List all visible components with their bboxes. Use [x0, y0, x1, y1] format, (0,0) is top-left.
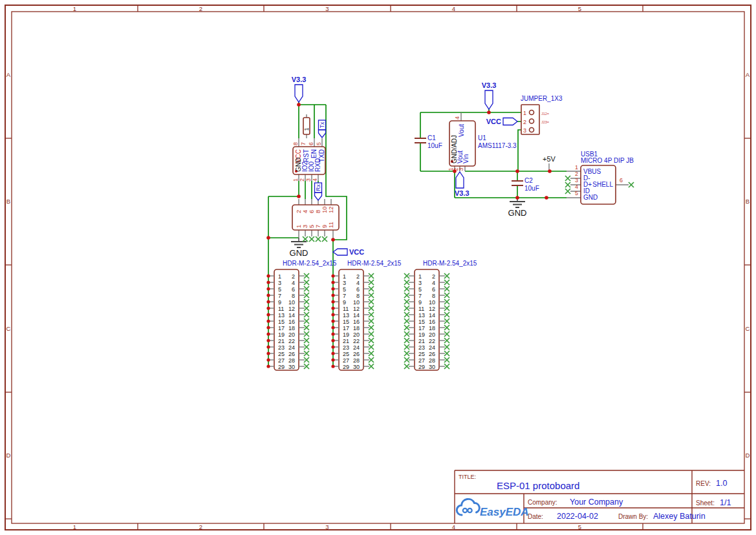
- hdr-pin-number: 3: [418, 280, 422, 286]
- net-flag-v33-esp[interactable]: V3.3: [292, 76, 307, 102]
- jumper-pin-number: 1: [523, 110, 526, 116]
- ruler-row-label: A: [6, 71, 11, 78]
- hdr-2x15-component[interactable]: HDR-M-2.54_2x151234567891011121314151617…: [333, 260, 402, 370]
- net-flag-vcc-header[interactable]: VCC: [333, 248, 364, 256]
- usb-component[interactable]: USB1 MICRO 4P DIP JB VBUS D- D+ ID GND S…: [575, 151, 634, 204]
- gnd-symbol-1[interactable]: GND: [290, 238, 308, 258]
- net-flag-v33-reg-top[interactable]: V3.3: [482, 81, 497, 109]
- net-flag-label: Tx: [319, 121, 325, 128]
- part-value: MICRO 4P DIP JB: [581, 157, 634, 164]
- net-flag-v33-reg-bottom[interactable]: V3.3: [455, 172, 470, 197]
- hdr-pin-number: 21: [343, 338, 349, 344]
- jumper-pin-number: 3: [523, 127, 526, 134]
- junction-dot: [331, 238, 335, 242]
- hdr-pin-number: 18: [353, 325, 360, 331]
- hdr-pin-number: 10: [288, 299, 295, 306]
- net-flag-label: Rx: [315, 184, 321, 191]
- esp-pin-number: 8: [292, 142, 299, 145]
- part-ref: C2: [524, 177, 533, 184]
- ruler-column-label: 5: [578, 5, 581, 12]
- hdr-pin-number: 24: [429, 344, 435, 351]
- hdr-pin-number: 16: [429, 319, 435, 325]
- net-flag-label: VCC: [486, 118, 501, 125]
- net-flag-tx[interactable]: Tx: [319, 120, 326, 138]
- hdr-pin-number: 2: [292, 273, 295, 280]
- part-value: JUMPER_1X3: [521, 95, 563, 102]
- hdr-pin-number: 5: [278, 286, 281, 293]
- net-flag-rx[interactable]: Rx: [315, 183, 322, 200]
- company-label: Company:: [528, 499, 557, 506]
- jumper-component[interactable]: JUMPER_1X3 123 J12= J23=: [521, 95, 563, 134]
- hdr-pin-number: 22: [288, 338, 295, 344]
- sheet-border: [5, 5, 751, 530]
- u1-pin-number: 4: [454, 116, 460, 120]
- hdr-pin-number: 18: [288, 325, 295, 331]
- junction-dot: [331, 293, 334, 297]
- hdr-pin-number: 28: [353, 357, 360, 364]
- ruler-row-label: C: [6, 325, 11, 332]
- ruler-column-label: 4: [452, 5, 455, 12]
- hdr-pin-number: 13: [278, 312, 285, 319]
- hdr-pin-number: 6: [356, 286, 360, 293]
- hdr-pin-number: 27: [418, 357, 425, 364]
- net-flag-label: V3.3: [482, 81, 497, 89]
- ruler-column-label: 2: [199, 523, 202, 530]
- ruler-column-label: 5: [578, 523, 581, 530]
- ruler-column-label: 3: [325, 523, 329, 530]
- hdr-pin-number: 30: [353, 364, 360, 370]
- junction-dot: [331, 326, 334, 329]
- usb-pin-number: 2: [575, 171, 578, 177]
- hdr-pin-number: 23: [278, 344, 285, 351]
- hdr-pin-number: 21: [418, 338, 425, 344]
- hdr-pin-number: 13: [418, 312, 425, 319]
- hdr-pin-number: 11: [343, 306, 349, 312]
- sheet-value: 1/1: [720, 498, 731, 507]
- hdr-pin-number: 4: [356, 280, 360, 286]
- hdr-pin-number: 26: [429, 351, 435, 357]
- hdr-pin-number: 28: [429, 357, 435, 364]
- junction-dot: [331, 274, 334, 277]
- ruler-row-label: C: [746, 325, 750, 332]
- ruler-row-label: D: [746, 452, 750, 459]
- hdr-pin-number: 9: [343, 299, 346, 306]
- junction-dot: [515, 169, 519, 173]
- capacitor-c1[interactable]: C1 10uF: [415, 134, 442, 149]
- hdr-pin-number: 19: [343, 331, 349, 338]
- part-value: HDR-M-2.54_2x15: [423, 260, 477, 267]
- jumper-annotation: J23=: [541, 120, 549, 124]
- junction-dot: [266, 300, 270, 303]
- hdr-pin-number: 29: [418, 364, 425, 370]
- usb-pin-number: 3: [575, 177, 578, 184]
- hdr-pin-number: 15: [343, 319, 349, 325]
- hdr-pin-number: 20: [429, 331, 435, 338]
- resistor-value: 1: [303, 127, 310, 131]
- hdr-2x15-component[interactable]: HDR-M-2.54_2x151234567891011121314151617…: [409, 260, 477, 370]
- title-label: TITLE:: [459, 474, 476, 480]
- ruler-column-label: 2: [199, 5, 202, 12]
- junction-dot: [331, 339, 334, 342]
- resistor-r1[interactable]: 1: [303, 118, 310, 134]
- hdr-pin-number: 12: [353, 306, 360, 312]
- net-flag-label: VCC: [349, 248, 364, 256]
- junction-dot: [266, 313, 270, 316]
- junction-dot: [266, 332, 270, 335]
- hdr-pin-number: 25: [343, 351, 349, 357]
- power-flag-5v[interactable]: +5V: [543, 155, 556, 163]
- hdr-pin-number: 23: [343, 344, 349, 351]
- hdr-pin-number: 6: [432, 286, 435, 293]
- hdr-pin-number: 16: [353, 319, 360, 325]
- capacitor-c2[interactable]: C2 10uF: [512, 177, 539, 192]
- hdr-pin-number: 17: [418, 325, 425, 331]
- gnd-symbol-2[interactable]: GND: [508, 198, 527, 218]
- drawn-by-value: Alexey Baturin: [653, 512, 706, 521]
- company-value: Your Company: [570, 498, 623, 507]
- hdr-2x15-component[interactable]: HDR-M-2.54_2x151234567891011121314151617…: [268, 260, 337, 370]
- rev-label: REV:: [696, 480, 711, 487]
- title-block: TITLE: ESP-01 protoboard REV: 1.0 Compan…: [455, 470, 744, 523]
- esp01-component[interactable]: VCC RST EN TXD GND IO2 IO0 RXD 8 7 6 5 1…: [292, 142, 326, 182]
- hdr-pin-number: 14: [353, 312, 360, 319]
- junction-dot: [331, 345, 334, 348]
- header-2x6-component[interactable]: 246810121357911: [292, 205, 339, 230]
- net-flag-vcc-jumper[interactable]: VCC: [486, 118, 517, 125]
- sheet-title: ESP-01 protoboard: [497, 480, 579, 491]
